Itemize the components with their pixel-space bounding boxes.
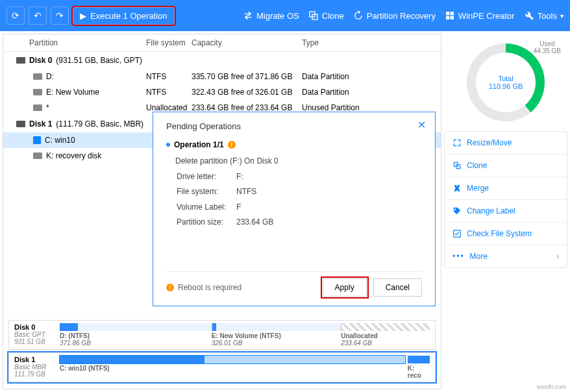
partition-icon bbox=[33, 104, 42, 111]
warning-icon: ! bbox=[166, 284, 174, 291]
disk-segment[interactable] bbox=[341, 323, 430, 331]
refresh-button[interactable]: ⟳ bbox=[6, 6, 25, 25]
wrench-icon bbox=[524, 10, 534, 21]
resize-move-action[interactable]: Resize/Move bbox=[445, 132, 567, 154]
disk-segment[interactable] bbox=[408, 356, 430, 363]
clone-action[interactable]: Clone bbox=[445, 154, 567, 177]
change-label-action[interactable]: Change Label bbox=[445, 200, 567, 223]
chevron-right-icon: › bbox=[556, 252, 559, 261]
label-icon bbox=[452, 206, 462, 215]
disk-name: Disk 1 bbox=[29, 119, 52, 129]
svg-rect-3 bbox=[451, 12, 454, 15]
disk-name: Disk 0 bbox=[29, 56, 52, 65]
action-list: Resize/Move Clone Merge Change Label Che… bbox=[444, 131, 567, 268]
clone-icon bbox=[452, 161, 462, 170]
disk-segment[interactable] bbox=[212, 323, 341, 331]
partition-row[interactable]: E: New Volume NTFS 322.43 GB free of 326… bbox=[3, 84, 441, 100]
partition-recovery-button[interactable]: Partition Recovery bbox=[353, 10, 436, 21]
pending-operations-modal: Pending Operations ✕ Operation 1/1 ! Del… bbox=[153, 112, 436, 306]
operation-header: Operation 1/1 ! bbox=[166, 140, 422, 149]
hdr-cap: Capacity bbox=[192, 38, 302, 47]
partition-icon bbox=[33, 89, 42, 95]
disk-meta: (931.51 GB, Basic, GPT) bbox=[56, 56, 142, 65]
svg-rect-4 bbox=[446, 16, 449, 19]
play-icon: ▶ bbox=[80, 11, 86, 21]
execute-button[interactable]: ▶ Execute 1 Operation bbox=[73, 7, 175, 25]
warning-icon: ! bbox=[228, 141, 236, 149]
check-fs-action[interactable]: Check File System bbox=[445, 223, 567, 245]
execute-label: Execute 1 Operation bbox=[90, 11, 167, 21]
donut-used-label: Used 44.35 GB bbox=[534, 40, 561, 55]
svg-rect-2 bbox=[446, 12, 449, 15]
hdr-fs: File system bbox=[146, 38, 192, 47]
tools-dropdown[interactable]: Tools ▾ bbox=[524, 10, 564, 21]
right-sidebar: Used 44.35 GB Total 110.96 GB Resize/Mov… bbox=[444, 34, 567, 389]
bullet-icon bbox=[166, 143, 170, 147]
disk-map-section: Disk 0 Basic GPT 931.51 GB D: (NTFS)371.… bbox=[3, 319, 441, 389]
redo-button[interactable]: ↷ bbox=[51, 6, 69, 25]
partition-icon bbox=[33, 73, 42, 80]
migrate-os-button[interactable]: Migrate OS bbox=[243, 10, 299, 21]
partition-row[interactable]: D: NTFS 335.70 GB free of 371.86 GB Data… bbox=[3, 69, 441, 84]
disk-map-block: Disk 0 Basic GPT 931.51 GB D: (NTFS)371.… bbox=[8, 320, 436, 350]
operation-details: Delete partition (F:) On Disk 0 Drive le… bbox=[166, 154, 422, 231]
usage-donut-chart: Total 110.96 GB bbox=[467, 43, 545, 121]
disk-map-name: Disk 0 bbox=[14, 323, 53, 331]
hdr-partition: Partition bbox=[3, 38, 146, 47]
migrate-icon bbox=[243, 10, 253, 21]
disk-icon bbox=[16, 57, 25, 64]
winpe-icon bbox=[445, 10, 455, 21]
resize-icon bbox=[452, 138, 462, 147]
hdr-type: Type bbox=[302, 38, 393, 47]
svg-rect-5 bbox=[451, 16, 454, 19]
recovery-icon bbox=[353, 10, 364, 21]
table-header: Partition File system Capacity Type bbox=[3, 34, 441, 52]
clone-button[interactable]: Clone bbox=[308, 10, 344, 21]
partition-icon bbox=[33, 136, 41, 144]
disk-map-name: Disk 1 bbox=[14, 356, 53, 363]
disk-row[interactable]: Disk 0 (931.51 GB, Basic, GPT) bbox=[3, 52, 441, 69]
merge-icon bbox=[452, 184, 462, 193]
check-icon bbox=[452, 229, 462, 238]
more-icon: ••• bbox=[452, 252, 465, 261]
apply-button[interactable]: Apply bbox=[323, 278, 367, 297]
top-toolbar: ⟳ ↶ ↷ ▶ Execute 1 Operation Migrate OS C… bbox=[0, 0, 570, 31]
modal-title: Pending Operations bbox=[166, 121, 422, 131]
disk-map-block-selected: Disk 1 Basic MBR 111.79 GB C: win10 (NTF… bbox=[8, 352, 436, 382]
undo-button[interactable]: ↶ bbox=[29, 6, 47, 25]
reboot-required-notice: ! Reboot is required bbox=[166, 283, 242, 292]
disk-meta: (111.79 GB, Basic, MBR) bbox=[56, 119, 143, 129]
winpe-creator-button[interactable]: WinPE Creator bbox=[445, 10, 515, 21]
merge-action[interactable]: Merge bbox=[445, 177, 567, 200]
partition-icon bbox=[33, 153, 42, 159]
disk-segment-selected[interactable] bbox=[60, 356, 405, 363]
source-watermark: wsxdn.com bbox=[537, 384, 566, 390]
disk-icon bbox=[16, 121, 25, 127]
chevron-down-icon: ▾ bbox=[560, 12, 564, 19]
more-action[interactable]: •••More› bbox=[445, 245, 567, 267]
clone-icon bbox=[308, 10, 319, 21]
cancel-button[interactable]: Cancel bbox=[373, 278, 422, 297]
close-button[interactable]: ✕ bbox=[417, 119, 426, 131]
disk-segment[interactable] bbox=[60, 323, 212, 331]
